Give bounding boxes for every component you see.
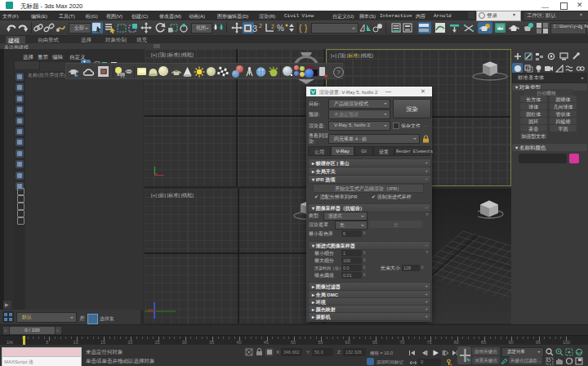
svg-text:3: 3 bbox=[252, 24, 257, 33]
svg-text:2: 2 bbox=[259, 23, 262, 29]
svg-text:{: { bbox=[299, 24, 302, 33]
svg-text:2: 2 bbox=[271, 24, 274, 29]
svg-text:}: } bbox=[305, 24, 308, 33]
svg-text:%: % bbox=[277, 24, 284, 33]
